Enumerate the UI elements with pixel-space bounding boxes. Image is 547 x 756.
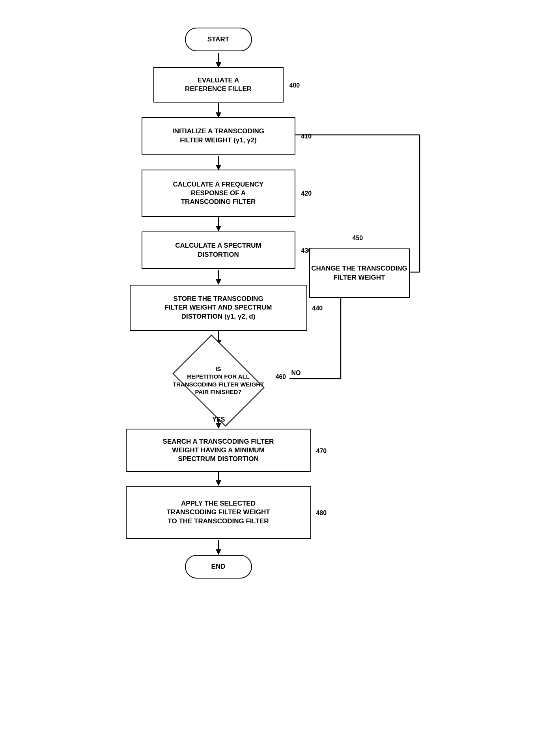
node-470-label: SEARCH A TRANSCODING FILTERWEIGHT HAVING… (163, 437, 274, 463)
svg-marker-13 (216, 423, 221, 429)
node-460-label: ISREPETITION FOR ALLTRANSCODING FILTER W… (165, 346, 272, 415)
start-label: START (207, 35, 229, 44)
ref-450: 450 (353, 235, 363, 242)
start-node: START (185, 28, 252, 51)
svg-marker-7 (216, 226, 221, 231)
yes-label: YES (213, 416, 225, 423)
node-470: SEARCH A TRANSCODING FILTERWEIGHT HAVING… (126, 429, 311, 472)
ref-400: 400 (289, 82, 300, 89)
node-450: CHANGE THE TRANSCODINGFILTER WEIGHT (309, 248, 410, 298)
no-label: NO (291, 370, 301, 377)
ref-480: 480 (316, 510, 327, 517)
svg-marker-17 (216, 549, 221, 555)
node-440-label: STORE THE TRANSCODINGFILTER WEIGHT AND S… (165, 295, 272, 321)
node-420: CALCULATE A FREQUENCYRESPONSE OF ATRANSC… (142, 170, 295, 217)
node-430: CALCULATE A SPECTRUMDISTORTION (142, 231, 295, 269)
node-430-label: CALCULATE A SPECTRUMDISTORTION (175, 241, 261, 259)
ref-410: 410 (301, 133, 312, 140)
ref-440: 440 (312, 305, 323, 312)
end-node: END (185, 555, 252, 579)
svg-marker-15 (216, 480, 221, 486)
node-460-wrapper: ISREPETITION FOR ALLTRANSCODING FILTER W… (165, 346, 272, 415)
node-410-label: INITIALIZE A TRANSCODINGFILTER WEIGHT (γ… (172, 127, 264, 144)
ref-470: 470 (316, 448, 327, 455)
end-label: END (211, 562, 226, 571)
node-480: APPLY THE SELECTEDTRANSCODING FILTER WEI… (126, 486, 311, 539)
node-480-label: APPLY THE SELECTEDTRANSCODING FILTER WEI… (166, 499, 270, 525)
flowchart: START EVALUATE AREFERENCE FILLER 400 INI… (96, 16, 451, 745)
node-450-label: CHANGE THE TRANSCODINGFILTER WEIGHT (311, 264, 407, 282)
node-410: INITIALIZE A TRANSCODINGFILTER WEIGHT (γ… (142, 117, 295, 155)
node-400-label: EVALUATE AREFERENCE FILLER (185, 76, 252, 93)
node-400: EVALUATE AREFERENCE FILLER (153, 67, 284, 103)
node-420-label: CALCULATE A FREQUENCYRESPONSE OF ATRANSC… (173, 180, 264, 206)
ref-460: 460 (276, 373, 286, 381)
ref-420: 420 (301, 190, 312, 197)
svg-marker-9 (216, 279, 221, 285)
node-440: STORE THE TRANSCODINGFILTER WEIGHT AND S… (130, 285, 307, 331)
